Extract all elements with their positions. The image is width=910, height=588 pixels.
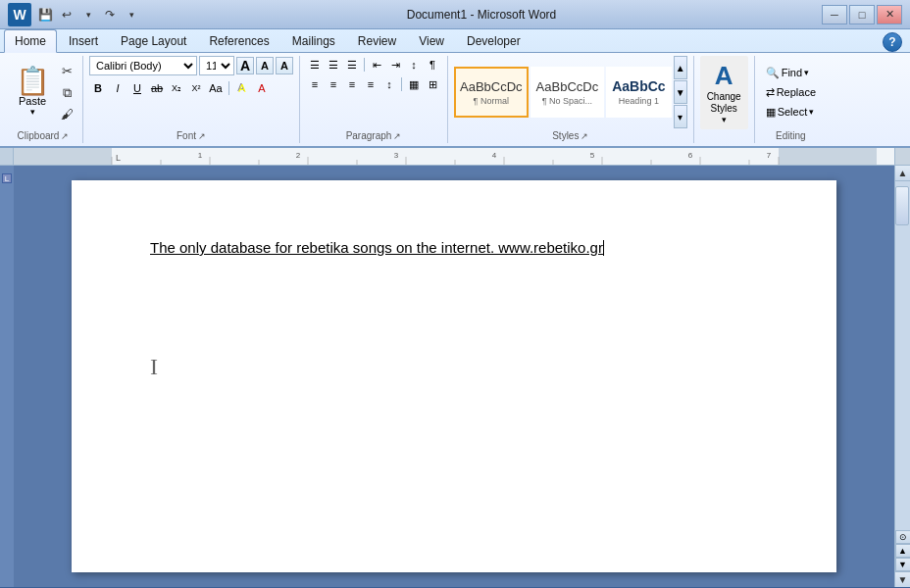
- change-styles-button[interactable]: A ChangeStyles ▾: [700, 56, 748, 129]
- tab-home[interactable]: Home: [4, 29, 57, 53]
- font-group: Calibri (Body) 11 A A A B I U ab X₂ X²: [83, 56, 300, 143]
- font-divider: [228, 81, 229, 95]
- subscript-button[interactable]: X₂: [168, 79, 185, 97]
- right-scrollbar: ▲ ⊙ ▲ ▼ ▼: [894, 166, 910, 587]
- view-handle: L: [2, 173, 12, 183]
- styles-expand-button[interactable]: ↗: [581, 131, 588, 141]
- minimize-button[interactable]: ─: [822, 5, 847, 24]
- cut-button[interactable]: ✂: [57, 61, 76, 80]
- find-label: Find: [782, 67, 802, 78]
- italic-button[interactable]: I: [109, 79, 126, 97]
- close-button[interactable]: ✕: [877, 5, 902, 24]
- paste-button[interactable]: 📋 Paste ▾: [10, 65, 55, 120]
- bullets-button[interactable]: ☰: [306, 56, 324, 74]
- highlight-button[interactable]: A: [233, 79, 251, 97]
- document-page[interactable]: The only database for rebetika songs on …: [72, 180, 836, 572]
- scroll-thumb[interactable]: [895, 186, 909, 225]
- bold-button[interactable]: B: [89, 79, 107, 97]
- window-controls: ─ □ ✕: [822, 5, 902, 24]
- multilevel-button[interactable]: ☰: [343, 56, 361, 74]
- editing-buttons: 🔍 Find ▾ ⇄ Replace ▦ Select ▾: [761, 64, 821, 121]
- view-toggle[interactable]: L: [2, 173, 12, 183]
- decrease-indent-button[interactable]: ⇤: [368, 56, 385, 74]
- paragraph-expand-button[interactable]: ↗: [393, 131, 401, 141]
- font-clear-button[interactable]: A: [276, 57, 293, 74]
- change-case-button[interactable]: Aa: [207, 79, 225, 97]
- word-logo: W: [8, 3, 31, 26]
- font-name-select[interactable]: Calibri (Body): [89, 56, 197, 75]
- styles-scroll-down[interactable]: ▼: [674, 80, 687, 104]
- numbering-button[interactable]: ☰: [325, 56, 342, 74]
- svg-text:1: 1: [198, 151, 203, 160]
- paragraph-group-label: Paragraph ↗: [306, 128, 441, 143]
- svg-text:6: 6: [688, 151, 693, 160]
- paste-icon: 📋: [16, 68, 50, 95]
- undo-button[interactable]: ↩: [57, 5, 76, 24]
- strikethrough-button[interactable]: ab: [148, 79, 166, 97]
- copy-button[interactable]: ⧉: [57, 82, 76, 102]
- font-group-content: Calibri (Body) 11 A A A B I U ab X₂ X²: [89, 56, 293, 128]
- para-divider2: [401, 77, 402, 91]
- customize-quick-access[interactable]: ▾: [122, 5, 141, 24]
- borders-button[interactable]: ⊞: [424, 75, 441, 93]
- paragraph-row1: ☰ ☰ ☰ ⇤ ⇥ ↕ ¶: [306, 56, 441, 74]
- tab-references[interactable]: References: [198, 29, 279, 52]
- underline-button[interactable]: U: [128, 79, 146, 97]
- font-size-select[interactable]: 11: [199, 56, 234, 75]
- find-button[interactable]: 🔍 Find ▾: [761, 64, 821, 81]
- maximize-button[interactable]: □: [849, 5, 875, 24]
- style-normal[interactable]: AaBbCcDc ¶ Normal: [454, 67, 529, 118]
- clipboard-expand-button[interactable]: ↗: [61, 131, 69, 141]
- font-color-button[interactable]: A: [253, 79, 271, 97]
- scroll-nav-down[interactable]: ▼: [895, 558, 911, 571]
- text-cursor: [603, 240, 604, 256]
- font-grow-button[interactable]: A: [236, 57, 254, 74]
- scroll-navigation: ⊙ ▲ ▼: [895, 530, 910, 571]
- redo-button[interactable]: ↷: [100, 5, 120, 24]
- select-dropdown: ▾: [809, 107, 814, 117]
- font-group-label: Font ↗: [89, 128, 293, 143]
- style-no-spacing[interactable]: AaBbCcDc ¶ No Spaci...: [531, 67, 605, 118]
- quick-access-toolbar: 💾 ↩ ▾ ↷ ▾: [35, 5, 141, 24]
- sort-button[interactable]: ↕: [405, 56, 423, 74]
- tab-page-layout[interactable]: Page Layout: [110, 29, 197, 52]
- superscript-button[interactable]: X²: [187, 79, 205, 97]
- select-button[interactable]: ▦ Select ▾: [761, 103, 821, 121]
- styles-more-button[interactable]: ▾: [674, 105, 687, 128]
- page-area[interactable]: The only database for rebetika songs on …: [14, 166, 894, 587]
- ribbon-content: 📋 Paste ▾ ✂ ⧉ 🖌 Clipboard ↗ C: [0, 52, 910, 146]
- line-spacing-button[interactable]: ↕: [380, 75, 398, 93]
- style-heading1[interactable]: AaBbCc Heading 1: [606, 67, 671, 118]
- scroll-down-arrow[interactable]: ▼: [895, 571, 910, 587]
- align-left-button[interactable]: ≡: [306, 75, 324, 93]
- tab-mailings[interactable]: Mailings: [281, 29, 346, 52]
- document-content[interactable]: The only database for rebetika songs on …: [150, 239, 758, 256]
- tab-view[interactable]: View: [408, 29, 455, 52]
- ruler-area: 1 2 3 4 5 6 7 L: [0, 148, 910, 166]
- ribbon-tabs: Home Insert Page Layout References Maili…: [0, 29, 910, 52]
- format-painter-button[interactable]: 🖌: [57, 104, 76, 123]
- tab-insert[interactable]: Insert: [58, 29, 109, 52]
- help-button[interactable]: ?: [883, 32, 902, 52]
- undo-arrow-button[interactable]: ▾: [78, 5, 98, 24]
- prev-page-button[interactable]: ⊙: [895, 530, 911, 544]
- scroll-track: [895, 181, 910, 530]
- font-expand-button[interactable]: ↗: [198, 131, 206, 141]
- styles-scroll-up[interactable]: ▲: [674, 56, 687, 79]
- align-right-button[interactable]: ≡: [343, 75, 361, 93]
- change-styles-group: A ChangeStyles ▾: [694, 56, 755, 143]
- save-button[interactable]: 💾: [35, 5, 55, 24]
- increase-indent-button[interactable]: ⇥: [386, 56, 404, 74]
- show-paragraph-button[interactable]: ¶: [424, 56, 441, 74]
- align-center-button[interactable]: ≡: [325, 75, 342, 93]
- font-format-row: B I U ab X₂ X² Aa A A: [89, 79, 271, 97]
- justify-button[interactable]: ≡: [362, 75, 379, 93]
- font-shrink-button[interactable]: A: [256, 57, 274, 74]
- scroll-up-arrow[interactable]: ▲: [895, 166, 910, 181]
- tab-review[interactable]: Review: [347, 29, 407, 52]
- shading-button[interactable]: ▦: [405, 75, 423, 93]
- tab-developer[interactable]: Developer: [456, 29, 531, 52]
- scroll-nav-up[interactable]: ▲: [895, 544, 911, 558]
- find-icon: 🔍: [766, 67, 780, 79]
- replace-button[interactable]: ⇄ Replace: [761, 83, 821, 101]
